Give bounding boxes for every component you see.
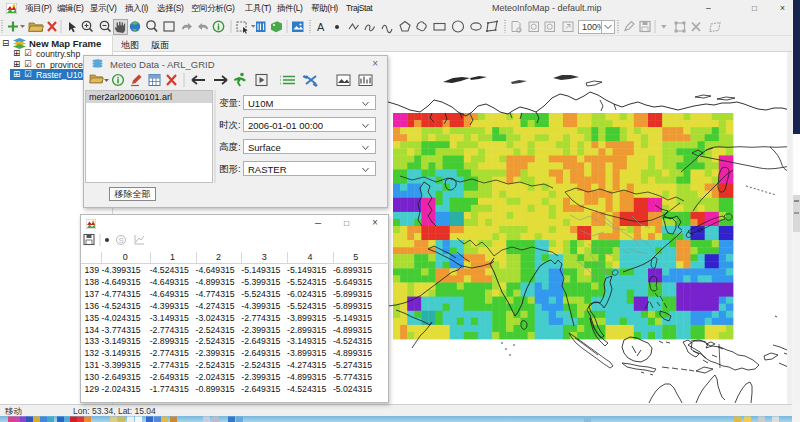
svg-text:S: S <box>119 236 124 245</box>
svg-text:A: A <box>317 21 325 33</box>
